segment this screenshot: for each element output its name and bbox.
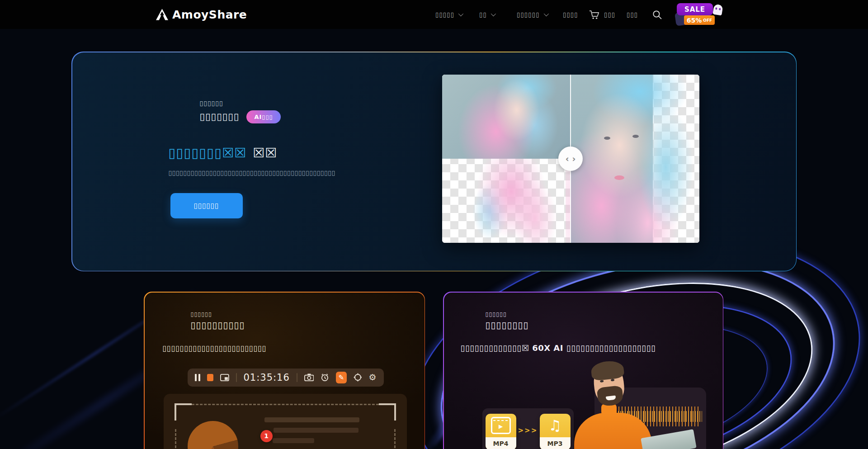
skeleton-text-line xyxy=(264,417,359,422)
portrait-eye xyxy=(604,137,610,140)
cart-icon xyxy=(589,9,600,20)
man-illustration-eye xyxy=(599,380,603,383)
nav-item-label: ▯▯ xyxy=(479,11,487,18)
recorder-description: ▯▯▯▯▯▯▯▯▯▯▯▯▯▯▯▯▯▯▯▯▯▯▯▯ xyxy=(163,344,267,353)
amoyshare-logo-icon xyxy=(156,9,168,20)
search-icon xyxy=(652,10,662,19)
skeleton-text-line xyxy=(273,438,314,443)
account-link[interactable]: ▯▯▯ xyxy=(627,0,638,29)
hero-heading-rest: ☒☒ xyxy=(253,145,277,161)
mp3-format-tile: ♫ MP3 xyxy=(540,414,571,449)
sale-off: OFF xyxy=(703,18,712,23)
selection-corner-bracket xyxy=(379,403,396,421)
ai-feature-badge: AI▯▯▯ xyxy=(246,110,280,123)
nav-item-resources[interactable]: ▯▯▯▯▯▯ xyxy=(517,0,547,29)
brand-name: AmoyShare xyxy=(172,8,247,21)
conversion-arrows-icon: >>> xyxy=(518,426,538,435)
chevron-down-icon xyxy=(458,11,463,16)
nav-item-label: ▯▯▯▯▯ xyxy=(435,11,454,18)
slider-right-arrow-icon: › xyxy=(572,154,576,164)
screen-recorder-card: ▯▯▯▯▯▯ ▯▯▯▯▯▯▯▯▯▯ ▯▯▯▯▯▯▯▯▯▯▯▯▯▯▯▯▯▯▯▯▯▯… xyxy=(144,292,425,449)
cart-button[interactable]: ▯▯▯ xyxy=(589,0,615,29)
chevron-down-icon xyxy=(543,11,548,16)
recorded-screen-mockup: 1 xyxy=(164,394,407,449)
hero-subtitle: ▯▯▯▯▯▯▯ xyxy=(200,111,240,122)
mp3-label: MP3 xyxy=(540,437,571,449)
converter-description: ▯▯▯▯▯▯▯▯▯▯▯▯▯☒ 60X AI ▯▯▯▯▯▯▯▯▯▯▯▯▯▯▯▯▯▯… xyxy=(461,343,656,353)
hero-eyebrow: ▯▯▯▯▯▯ xyxy=(200,99,223,107)
toolbar-divider xyxy=(236,373,237,382)
hero-heading: ▯▯▯▯▯▯▯☒☒☒☒ xyxy=(169,145,278,161)
video-file-icon: ▶ xyxy=(491,417,511,434)
portrait-eye xyxy=(632,135,639,138)
converter-eyebrow: ▯▯▯▯▯▯ xyxy=(486,311,507,317)
pip-icon xyxy=(220,373,229,382)
hero-description: ▯▯▯▯▯▯▯▯▯▯▯▯▯▯▯▯▯▯▯▯▯▯▯▯▯▯▯▯▯▯▯▯▯▯▯▯▯▯▯▯… xyxy=(169,169,335,176)
stop-record-icon xyxy=(207,374,213,381)
top-navigation-bar: AmoyShare ▯▯▯▯▯ ▯▯ ▯▯▯▯▯▯ ▯▯▯▯ ▯▯▯ ▯▯▯ S… xyxy=(0,0,868,29)
man-illustration-eye xyxy=(610,378,614,381)
toolbar-divider xyxy=(297,373,297,382)
selection-dashed-border xyxy=(175,429,176,449)
ghost-icon xyxy=(712,4,723,16)
play-icon: ▶ xyxy=(499,423,503,430)
mp4-format-tile: ▶ MP4 xyxy=(486,414,516,449)
nav-item-label: ▯▯▯▯ xyxy=(563,11,578,18)
recording-timer: 01:35:16 xyxy=(244,372,290,383)
hero-heading-accent: ▯▯▯▯▯▯▯☒☒ xyxy=(169,145,247,161)
selection-dashed-border xyxy=(192,404,379,405)
audio-converter-card: ▯▯▯▯▯▯ ▯▯▯▯▯▯▯▯ ▯▯▯▯▯▯▯▯▯▯▯▯▯☒ 60X AI ▯▯… xyxy=(443,292,723,449)
comparison-slider-handle[interactable]: ‹ › xyxy=(558,147,583,171)
pause-icon xyxy=(195,374,200,381)
music-note-icon: ♫ xyxy=(548,417,561,434)
recorder-toolbar-illustration: 01:35:16 ✎ ⚙ xyxy=(188,369,384,387)
hero-cta-button[interactable]: ▯▯▯▯▯▯ xyxy=(170,193,243,218)
pencil-icon: ✎ xyxy=(339,373,344,382)
recorder-title: ▯▯▯▯▯▯▯▯▯▯ xyxy=(191,320,245,331)
skeleton-text-line xyxy=(274,428,359,433)
converter-description-pre: ▯▯▯▯▯▯▯▯▯▯▯▯▯☒ xyxy=(461,343,533,353)
converter-description-post: ▯▯▯▯▯▯▯▯▯▯▯▯▯▯▯▯▯▯▯ xyxy=(563,343,656,353)
sale-badge-top: SALE xyxy=(677,3,713,15)
cart-label: ▯▯▯ xyxy=(604,11,615,18)
slider-left-arrow-icon: ‹ xyxy=(566,154,569,164)
sale-percent: 65% xyxy=(687,17,702,24)
portrait-lips xyxy=(614,175,624,180)
portrait-hair-art xyxy=(452,155,571,242)
nav-item-store[interactable]: ▯▯ xyxy=(479,0,495,29)
nav-item-support[interactable]: ▯▯▯▯ xyxy=(563,0,578,29)
man-illustration-smile xyxy=(605,395,616,400)
portrait-closeup-art xyxy=(566,75,694,243)
gear-icon: ⚙ xyxy=(368,373,376,382)
sale-promo-badge[interactable]: SALE 65% OFF xyxy=(675,2,723,26)
chevron-down-icon xyxy=(491,11,496,16)
hero-section: ▯▯▯▯▯▯ ▯▯▯▯▯▯▯ AI▯▯▯ ▯▯▯▯▯▯▯☒☒☒☒ ▯▯▯▯▯▯▯… xyxy=(71,52,797,271)
original-image-inset xyxy=(442,75,571,159)
recorder-eyebrow: ▯▯▯▯▯▯ xyxy=(191,311,212,317)
account-label: ▯▯▯ xyxy=(627,11,638,18)
camera-icon xyxy=(304,373,314,382)
selection-dashed-border xyxy=(394,429,396,449)
sale-text: SALE xyxy=(684,5,705,14)
alarm-clock-icon xyxy=(321,373,329,382)
before-after-comparison: ‹ › xyxy=(442,75,699,243)
nav-item-products[interactable]: ▯▯▯▯▯ xyxy=(435,0,462,29)
crosshair-icon xyxy=(354,373,362,382)
sale-badge-bottom: 65% OFF xyxy=(684,15,715,25)
nav-item-label: ▯▯▯▯▯▯ xyxy=(517,11,540,18)
man-illustration-hair xyxy=(590,359,624,381)
search-button[interactable] xyxy=(652,0,662,29)
converter-title: ▯▯▯▯▯▯▯▯ xyxy=(486,320,529,331)
brand-logo[interactable]: AmoyShare xyxy=(156,0,247,29)
selection-corner-bracket xyxy=(175,403,192,421)
mp4-label: MP4 xyxy=(486,437,516,449)
annotate-pencil-button: ✎ xyxy=(336,372,346,383)
converter-description-highlight: 60X AI xyxy=(532,343,563,353)
pie-chart-illustration xyxy=(188,421,238,449)
step-number-badge: 1 xyxy=(260,430,273,442)
